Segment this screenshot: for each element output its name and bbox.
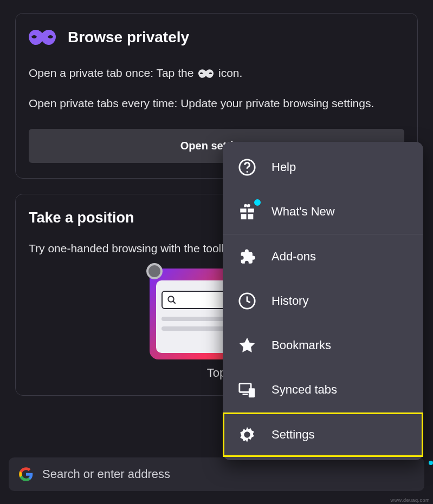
private-line2: Open private tabs every time: Update you… xyxy=(29,95,404,112)
overflow-menu: Help What's New Add-ons Histor xyxy=(223,142,423,460)
svg-point-11 xyxy=(245,433,250,437)
puzzle-icon xyxy=(238,247,256,266)
google-icon xyxy=(18,467,34,482)
mask-icon xyxy=(29,30,56,45)
private-line1-suffix: icon. xyxy=(218,67,242,79)
help-circle-icon xyxy=(238,158,256,176)
notification-dot-icon xyxy=(254,199,261,206)
svg-rect-10 xyxy=(249,388,255,397)
mask-inline-icon xyxy=(198,69,214,78)
svg-rect-6 xyxy=(241,214,247,219)
clock-icon xyxy=(238,292,256,310)
menu-item-settings[interactable]: Settings xyxy=(223,413,423,457)
svg-line-1 xyxy=(173,302,176,304)
svg-point-3 xyxy=(247,171,248,173)
menu-item-synced-tabs[interactable]: Synced tabs xyxy=(223,368,423,412)
address-placeholder: Search or enter address xyxy=(42,467,170,481)
card-body: Open a private tab once: Tap the icon. O… xyxy=(29,64,404,112)
svg-rect-4 xyxy=(240,208,246,212)
card-title: Browse privately xyxy=(68,29,189,46)
menu-item-whats-new[interactable]: What's New xyxy=(223,189,423,234)
menu-label: Synced tabs xyxy=(272,383,337,397)
address-bar[interactable]: Search or enter address xyxy=(9,457,424,491)
notification-dot-icon xyxy=(429,461,433,465)
watermark: www.deuaq.com xyxy=(390,498,430,503)
private-line1-prefix: Open a private tab once: Tap the xyxy=(29,67,197,79)
menu-item-bookmarks[interactable]: Bookmarks xyxy=(223,323,423,368)
radio-unselected-icon xyxy=(146,263,163,279)
synced-tabs-icon xyxy=(238,381,256,399)
menu-label: Add-ons xyxy=(272,250,316,264)
star-icon xyxy=(238,336,256,355)
menu-label: Help xyxy=(272,160,296,174)
card-header: Browse privately xyxy=(29,29,404,46)
menu-item-addons[interactable]: Add-ons xyxy=(223,234,423,279)
menu-label: History xyxy=(272,294,308,308)
gear-icon xyxy=(238,426,256,444)
svg-rect-7 xyxy=(248,214,253,219)
menu-label: Settings xyxy=(272,428,315,442)
menu-label: What's New xyxy=(272,205,335,219)
svg-point-0 xyxy=(168,297,174,303)
menu-item-help[interactable]: Help xyxy=(223,145,423,189)
menu-label: Bookmarks xyxy=(272,338,331,352)
menu-item-history[interactable]: History xyxy=(223,279,423,323)
gift-icon xyxy=(238,202,256,221)
svg-rect-5 xyxy=(248,208,254,212)
